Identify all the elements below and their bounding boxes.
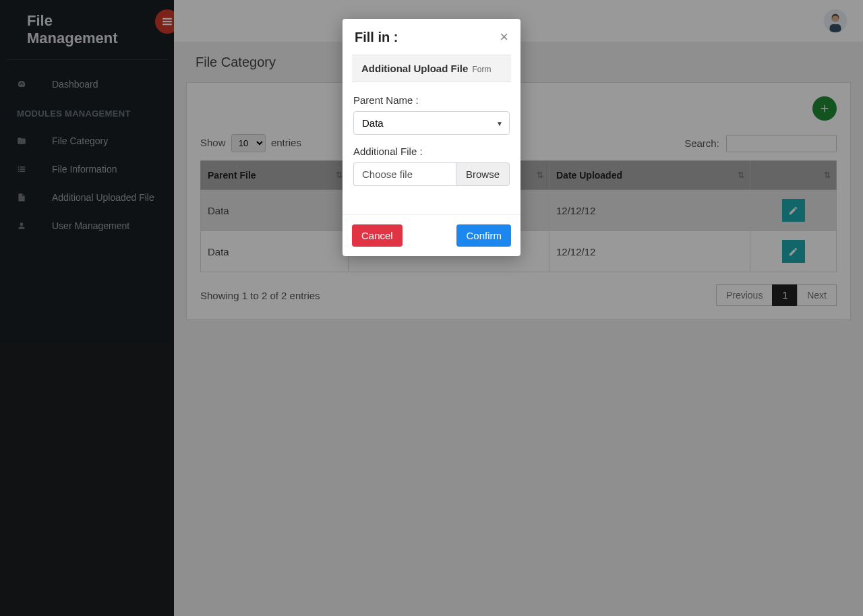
browse-button[interactable]: Browse bbox=[456, 162, 510, 186]
modal-title: Fill in : bbox=[355, 30, 398, 45]
modal-close-button[interactable]: × bbox=[500, 30, 508, 44]
file-input-placeholder: Choose file bbox=[353, 162, 456, 186]
parent-name-label: Parent Name : bbox=[353, 94, 510, 106]
cancel-button[interactable]: Cancel bbox=[352, 224, 403, 247]
additional-file-label: Additional File : bbox=[353, 146, 510, 157]
parent-name-select[interactable]: Data bbox=[353, 111, 510, 135]
upload-modal: Fill in : × Additional Upload File Form … bbox=[343, 19, 520, 256]
confirm-button[interactable]: Confirm bbox=[456, 224, 511, 247]
file-input[interactable]: Choose file Browse bbox=[353, 162, 510, 186]
form-title: Additional Upload File Form bbox=[352, 55, 511, 82]
